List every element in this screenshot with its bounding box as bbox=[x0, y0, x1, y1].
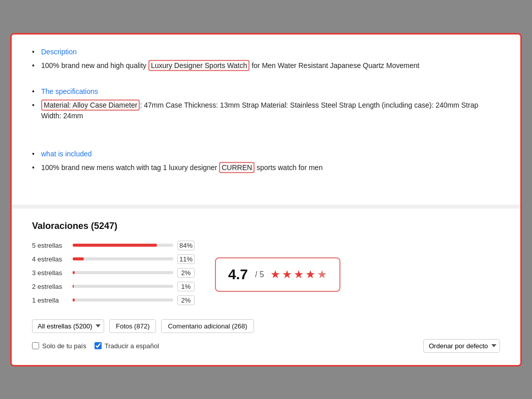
specs-list: The specifications Material: Alloy Case … bbox=[32, 86, 500, 121]
bar-label-5: 5 estrellas bbox=[32, 242, 69, 249]
included-title[interactable]: what is included bbox=[41, 150, 92, 158]
bar-row-3: 3 estrellas 2% bbox=[32, 268, 195, 278]
star-5: ★ bbox=[317, 268, 327, 281]
specs-title-item: The specifications bbox=[32, 86, 500, 97]
included-text-before: 100% brand new mens watch with tag 1 lux… bbox=[41, 163, 219, 172]
included-title-item: what is included bbox=[32, 149, 500, 159]
bar-track-3 bbox=[73, 271, 173, 274]
traducir-label[interactable]: Traducir a español bbox=[95, 342, 159, 350]
filters-row: All estrellas (5200) Fotos (872) Comenta… bbox=[32, 319, 500, 333]
bar-row-2: 2 estrellas 1% bbox=[32, 282, 195, 291]
description-title-item: Description bbox=[32, 47, 500, 57]
specs-item: Material: Alloy Case Diameter: 47mm Case… bbox=[32, 100, 500, 121]
bar-row-5: 5 estrellas 84% bbox=[32, 241, 195, 250]
desc-highlight: Luxury Designer Sports Watch bbox=[148, 60, 249, 71]
bar-label-4: 4 estrellas bbox=[32, 255, 69, 263]
included-text-after: sports watch for men bbox=[255, 163, 323, 172]
bar-pct-3: 2% bbox=[177, 268, 195, 278]
bar-row-4: 4 estrellas 11% bbox=[32, 254, 195, 264]
bar-fill-3 bbox=[73, 271, 75, 274]
bar-pct-5: 84% bbox=[177, 241, 195, 250]
included-list: what is included 100% brand new mens wat… bbox=[32, 149, 500, 173]
product-section: Description 100% brand new and high qual… bbox=[12, 35, 520, 205]
solo-pais-text: Solo de tu país bbox=[42, 342, 86, 350]
comentario-button[interactable]: Comentario adicional (268) bbox=[161, 319, 254, 333]
bar-row-1: 1 estrella 2% bbox=[32, 295, 195, 305]
bar-pct-2: 1% bbox=[177, 282, 195, 291]
star-2: ★ bbox=[282, 268, 292, 281]
desc-text-before: 100% brand new and high quality bbox=[41, 61, 148, 70]
included-highlight: CURREN bbox=[219, 162, 255, 173]
bar-fill-4 bbox=[73, 257, 84, 260]
rating-summary-box: 4.7 / 5 ★ ★ ★ ★ ★ bbox=[215, 257, 340, 292]
options-row: Solo de tu país Traducir a español Orden… bbox=[32, 339, 500, 353]
rating-denom: / 5 bbox=[255, 270, 264, 279]
rating-score: 4.7 bbox=[228, 267, 248, 283]
fotos-button[interactable]: Fotos (872) bbox=[109, 319, 156, 333]
main-container: Description 100% brand new and high qual… bbox=[10, 33, 522, 367]
bar-fill-5 bbox=[73, 244, 157, 247]
description-title[interactable]: Description bbox=[41, 48, 77, 56]
description-list: Description 100% brand new and high qual… bbox=[32, 47, 500, 71]
bar-pct-1: 2% bbox=[177, 295, 195, 305]
traducir-text: Traducir a español bbox=[105, 342, 159, 350]
ratings-bars: 5 estrellas 84% 4 estrellas 11% 3 bbox=[32, 241, 195, 309]
solo-pais-label[interactable]: Solo de tu país bbox=[32, 342, 86, 350]
specs-title[interactable]: The specifications bbox=[41, 87, 98, 95]
specs-highlight: Material: Alloy Case Diameter bbox=[41, 99, 140, 111]
ratings-title: Valoraciones (5247) bbox=[32, 221, 500, 231]
traducir-checkbox[interactable] bbox=[95, 342, 102, 349]
all-stars-select[interactable]: All estrellas (5200) bbox=[32, 319, 104, 333]
bar-track-5 bbox=[73, 244, 173, 247]
bar-label-2: 2 estrellas bbox=[32, 283, 69, 290]
star-1: ★ bbox=[270, 268, 280, 281]
bar-label-3: 3 estrellas bbox=[32, 269, 69, 277]
star-rating: ★ ★ ★ ★ ★ bbox=[270, 268, 327, 281]
bar-fill-1 bbox=[73, 298, 75, 302]
solo-pais-checkbox[interactable] bbox=[32, 342, 39, 349]
description-item: 100% brand new and high quality Luxury D… bbox=[32, 60, 500, 71]
ratings-content: 5 estrellas 84% 4 estrellas 11% 3 bbox=[32, 241, 500, 309]
star-3: ★ bbox=[294, 268, 304, 281]
bar-fill-2 bbox=[73, 285, 74, 288]
ratings-title-text: Valoraciones bbox=[32, 221, 88, 231]
star-4: ★ bbox=[305, 268, 316, 281]
included-item: 100% brand new mens watch with tag 1 lux… bbox=[32, 162, 500, 173]
ratings-section: Valoraciones (5247) 5 estrellas 84% 4 es… bbox=[12, 209, 520, 365]
bar-track-2 bbox=[73, 285, 173, 288]
bar-track-1 bbox=[73, 298, 173, 302]
ratings-count: (5247) bbox=[91, 221, 117, 231]
bar-label-1: 1 estrella bbox=[32, 296, 69, 304]
sort-select[interactable]: Ordenar por defecto bbox=[423, 339, 500, 353]
bar-pct-4: 11% bbox=[177, 254, 195, 264]
section-divider bbox=[12, 205, 520, 209]
bar-track-4 bbox=[73, 257, 173, 260]
desc-text-after: for Men Water Resistant Japanese Quartz … bbox=[249, 61, 419, 70]
